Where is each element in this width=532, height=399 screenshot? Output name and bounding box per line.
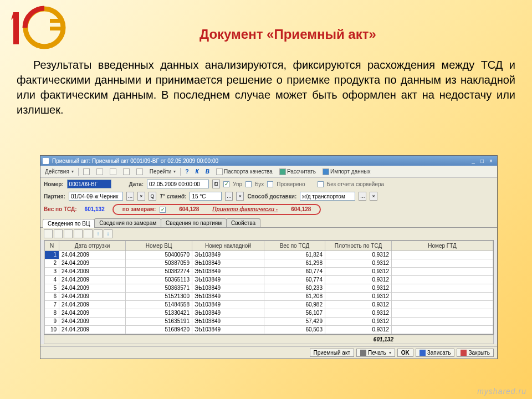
- cell-vc[interactable]: 50387059: [126, 259, 192, 267]
- tstand-select-button[interactable]: …: [225, 192, 233, 201]
- number-input[interactable]: 0001/09-ВГ: [67, 180, 111, 188]
- tab-measurements[interactable]: Сведения по замерам: [94, 218, 161, 227]
- col-invoice[interactable]: Номер накладной: [192, 241, 264, 250]
- window-titlebar[interactable]: Приемный акт: Приемный акт 0001/09-ВГ от…: [40, 156, 497, 166]
- tab-properties[interactable]: Свойства: [226, 218, 260, 227]
- cell-invoice[interactable]: ЭЬ103849: [192, 292, 264, 300]
- cell-gtd[interactable]: [392, 317, 493, 325]
- cell-n[interactable]: 7: [45, 300, 59, 309]
- copy-button[interactable]: [121, 167, 132, 176]
- cell-n[interactable]: 10: [45, 325, 59, 334]
- delivery-input[interactable]: ж/д транспортом: [300, 192, 355, 201]
- act-button[interactable]: Приемный акт: [310, 349, 354, 357]
- cell-gtd[interactable]: [392, 300, 493, 309]
- cell-weight[interactable]: 60,774: [264, 267, 325, 275]
- cell-date[interactable]: 24.04.2009: [59, 300, 126, 309]
- table-row[interactable]: 324.04.200950382274ЭЬ10384960,7740,9312: [45, 267, 493, 275]
- data-grid[interactable]: N Дата отгрузки Номер ВЦ Номер накладной…: [44, 240, 494, 335]
- cell-date[interactable]: 24.04.2009: [59, 267, 126, 275]
- cell-n[interactable]: 4: [45, 275, 59, 284]
- cell-n[interactable]: 6: [45, 292, 59, 300]
- recalculate-button[interactable]: Рассчитать: [277, 167, 318, 176]
- cell-n[interactable]: 5: [45, 284, 59, 292]
- cell-vc[interactable]: 51521300: [126, 292, 192, 300]
- delivery-select-button[interactable]: …: [359, 192, 366, 201]
- party-open-button[interactable]: Q: [149, 192, 156, 201]
- row-up-button[interactable]: ↑: [94, 229, 103, 238]
- cell-gtd[interactable]: [392, 309, 493, 317]
- cell-date[interactable]: 24.04.2009: [59, 250, 126, 259]
- cell-vc[interactable]: 50363571: [126, 284, 192, 292]
- cell-weight[interactable]: 60,774: [264, 275, 325, 284]
- no-report-checkbox[interactable]: [318, 181, 324, 187]
- table-row[interactable]: 724.04.200951484558ЭЬ10384960,9820,9312: [45, 300, 493, 309]
- party-input[interactable]: 01/04-09-ж Черник: [69, 192, 123, 201]
- cell-n[interactable]: 8: [45, 309, 59, 317]
- cell-date[interactable]: 24.04.2009: [59, 317, 126, 325]
- cell-gtd[interactable]: [392, 284, 493, 292]
- cell-gtd[interactable]: [392, 275, 493, 284]
- cell-vc[interactable]: 50365113: [126, 275, 192, 284]
- table-row[interactable]: 224.04.200950387059ЭЬ10384961,2980,9312: [45, 259, 493, 267]
- v-button[interactable]: В: [203, 167, 212, 176]
- cell-n[interactable]: 9: [45, 317, 59, 325]
- cell-gtd[interactable]: [392, 250, 493, 259]
- party-select-button[interactable]: …: [126, 192, 134, 201]
- cell-density[interactable]: 0,9312: [325, 309, 392, 317]
- table-row[interactable]: 424.04.200950365113ЭЬ10384960,7740,9312: [45, 275, 493, 284]
- by-measure-checkbox[interactable]: ✓: [160, 207, 166, 213]
- cell-invoice[interactable]: ЭЬ103849: [192, 325, 264, 334]
- cell-weight[interactable]: 60,503: [264, 325, 325, 334]
- col-date[interactable]: Дата отгрузки: [59, 241, 126, 250]
- import-data-button[interactable]: Импорт данных: [320, 167, 372, 176]
- cell-invoice[interactable]: ЭЬ103849: [192, 275, 264, 284]
- cell-invoice[interactable]: ЭЬ103849: [192, 317, 264, 325]
- cell-density[interactable]: 0,9312: [325, 284, 392, 292]
- col-vc[interactable]: Номер ВЦ: [126, 241, 192, 250]
- cell-gtd[interactable]: [392, 267, 493, 275]
- quality-passports-button[interactable]: Паспорта качества: [214, 167, 275, 176]
- cell-invoice[interactable]: ЭЬ103849: [192, 250, 264, 259]
- cell-date[interactable]: 24.04.2009: [59, 275, 126, 284]
- cell-density[interactable]: 0,9312: [325, 317, 392, 325]
- cell-date[interactable]: 24.04.2009: [59, 292, 126, 300]
- cell-invoice[interactable]: ЭЬ103849: [192, 259, 264, 267]
- cell-density[interactable]: 0,9312: [325, 250, 392, 259]
- row-add-button[interactable]: [44, 229, 53, 238]
- cell-weight[interactable]: 60,982: [264, 300, 325, 309]
- ok-button[interactable]: OK: [397, 349, 413, 357]
- cell-invoice[interactable]: ЭЬ103849: [192, 267, 264, 275]
- date-input[interactable]: 02.05.2009 00:00:00: [147, 180, 209, 188]
- row-copy-button[interactable]: [64, 229, 73, 238]
- cell-date[interactable]: 24.04.2009: [59, 325, 126, 334]
- cell-vc[interactable]: 51635191: [126, 317, 192, 325]
- table-row[interactable]: 924.04.200951635191ЭЬ10384957,4290,9312: [45, 317, 493, 325]
- cell-weight[interactable]: 61,208: [264, 292, 325, 300]
- cell-vc[interactable]: 51484558: [126, 300, 192, 309]
- tab-vc-details[interactable]: Сведения по ВЦ: [43, 219, 95, 228]
- table-row[interactable]: 1024.04.200951689420ЭЬ10384960,5030,9312: [45, 325, 493, 334]
- structure-button[interactable]: [134, 167, 145, 176]
- close-window-button[interactable]: Закрыть: [457, 349, 494, 357]
- delivery-clear-button[interactable]: ×: [370, 192, 377, 201]
- save-button[interactable]: Записать: [416, 349, 455, 357]
- col-n[interactable]: N: [45, 241, 59, 250]
- cell-density[interactable]: 0,9312: [325, 275, 392, 284]
- cell-vc[interactable]: 51689420: [126, 325, 192, 334]
- table-row[interactable]: 124.04.200950400670ЭЬ10384961,8240,9312: [45, 250, 493, 259]
- goto-menu[interactable]: Перейти: [147, 167, 178, 176]
- cell-weight[interactable]: 56,107: [264, 309, 325, 317]
- actions-menu[interactable]: Действия: [43, 167, 76, 176]
- cell-n[interactable]: 3: [45, 267, 59, 275]
- cell-weight[interactable]: 57,429: [264, 317, 325, 325]
- checked-checkbox[interactable]: [267, 181, 273, 187]
- row-down-button[interactable]: ↓: [104, 229, 112, 238]
- cell-weight[interactable]: 60,233: [264, 284, 325, 292]
- cell-n[interactable]: 1: [45, 250, 59, 259]
- table-row[interactable]: 624.04.200951521300ЭЬ10384961,2080,9312: [45, 292, 493, 300]
- table-row[interactable]: 824.04.200951330421ЭЬ10384956,1070,9312: [45, 309, 493, 317]
- cell-density[interactable]: 0,9312: [325, 259, 392, 267]
- party-clear-button[interactable]: ×: [137, 192, 145, 201]
- cell-vc[interactable]: 51330421: [126, 309, 192, 317]
- col-weight[interactable]: Вес по ТСД: [264, 241, 325, 250]
